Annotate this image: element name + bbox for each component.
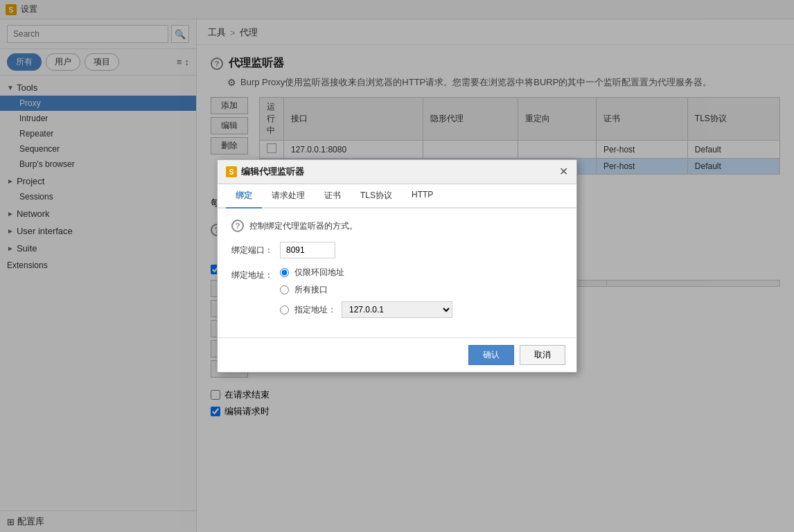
modal-footer: 确认 取消 xyxy=(218,337,576,372)
port-input[interactable] xyxy=(280,242,335,258)
radio-loopback-input[interactable] xyxy=(280,268,289,277)
address-label: 绑定地址： xyxy=(231,269,273,281)
modal-icon: S xyxy=(226,166,237,177)
radio-specific-label: 指定地址： xyxy=(294,304,336,316)
radio-all: 所有接口 xyxy=(280,284,452,296)
address-row: 绑定地址： 仅限环回地址 所有接口 指定地址： 127.0.0.1 xyxy=(231,267,563,318)
modal-overlay: S 编辑代理监听器 ✕ 绑定 请求处理 证书 TLS协议 HTTP ? 控制绑定… xyxy=(0,0,794,532)
modal-tab-request[interactable]: 请求处理 xyxy=(262,184,315,209)
port-label: 绑定端口： xyxy=(231,245,273,256)
modal-tab-cert[interactable]: 证书 xyxy=(315,184,351,209)
modal-dialog: S 编辑代理监听器 ✕ 绑定 请求处理 证书 TLS协议 HTTP ? 控制绑定… xyxy=(217,159,577,373)
radio-specific-input[interactable] xyxy=(280,305,289,314)
modal-body: ? 控制绑定代理监听器的方式。 绑定端口： 绑定地址： 仅限环回地址 xyxy=(218,209,576,337)
modal-description: 控制绑定代理监听器的方式。 xyxy=(249,220,358,232)
modal-title-text: 编辑代理监听器 xyxy=(241,166,304,178)
modal-tab-http[interactable]: HTTP xyxy=(402,184,443,209)
modal-close-button[interactable]: ✕ xyxy=(559,166,568,177)
modal-tab-tls[interactable]: TLS协议 xyxy=(351,184,402,209)
radio-loopback: 仅限环回地址 xyxy=(280,267,452,278)
specific-address-select[interactable]: 127.0.0.1 xyxy=(342,301,452,318)
confirm-button[interactable]: 确认 xyxy=(468,345,514,365)
modal-help-icon[interactable]: ? xyxy=(231,220,244,232)
radio-specific: 指定地址： 127.0.0.1 xyxy=(280,301,452,318)
modal-tabs: 绑定 请求处理 证书 TLS协议 HTTP xyxy=(218,184,576,209)
radio-group-address: 仅限环回地址 所有接口 指定地址： 127.0.0.1 xyxy=(280,267,452,318)
modal-title: S 编辑代理监听器 xyxy=(226,166,304,178)
modal-desc-row: ? 控制绑定代理监听器的方式。 xyxy=(231,220,563,232)
radio-loopback-label: 仅限环回地址 xyxy=(294,267,344,278)
radio-all-label: 所有接口 xyxy=(294,284,328,296)
radio-all-input[interactable] xyxy=(280,285,289,294)
cancel-button[interactable]: 取消 xyxy=(520,345,565,365)
modal-title-bar: S 编辑代理监听器 ✕ xyxy=(218,160,576,184)
modal-tab-bind[interactable]: 绑定 xyxy=(226,184,262,209)
port-row: 绑定端口： xyxy=(231,242,563,258)
